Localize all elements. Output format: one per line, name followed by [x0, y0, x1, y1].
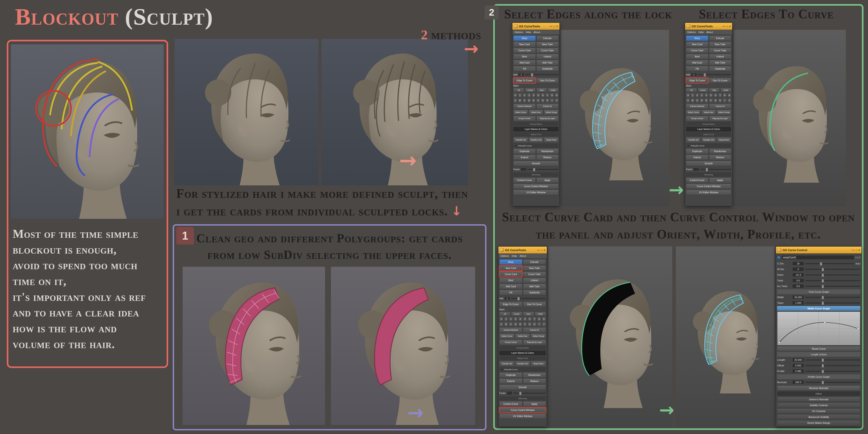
regroup-by-layer-button[interactable]: Regroup by Layer	[709, 116, 732, 121]
close-icon[interactable]: ×	[859, 249, 860, 251]
3-button[interactable]: 3	[700, 93, 704, 98]
duplicate-button[interactable]: Duplicate	[513, 149, 536, 154]
layer-names-colors-bar[interactable]: Layer Names & Colors	[499, 350, 546, 355]
color-button[interactable]: Color	[548, 88, 559, 92]
4-button[interactable]: 4	[518, 317, 522, 321]
factor-slider[interactable]: Factor	[686, 167, 731, 172]
uv-editor-window-button[interactable]: UV Editor Window	[686, 190, 731, 195]
5-button[interactable]: 5	[523, 317, 527, 321]
curve-card-button[interactable]: Curve Card	[686, 48, 708, 53]
transfer-uvs-button[interactable]: Transfer UVs	[702, 137, 716, 143]
i-button[interactable]: I	[550, 98, 554, 103]
slider-track[interactable]	[513, 393, 546, 394]
close-icon[interactable]: ×	[557, 25, 558, 28]
w-div-slider[interactable]: W-Div3	[777, 267, 860, 272]
apply-button[interactable]: Apply	[709, 178, 732, 183]
advanced-visibility-button[interactable]: Advanced Visibility	[777, 414, 860, 420]
new-card-button[interactable]: New Card	[513, 41, 536, 47]
3-button[interactable]: 3	[527, 93, 531, 98]
reduce-button[interactable]: Reduce	[536, 155, 559, 160]
group-curves-button[interactable]: Group Curves	[686, 116, 708, 121]
orient-to-normals-button[interactable]: Orient to Normals	[777, 397, 860, 402]
slider-track[interactable]	[805, 371, 860, 372]
transfer-attr-button[interactable]: Transfer Attr	[513, 137, 528, 143]
curve-button[interactable]: Curve	[525, 88, 536, 92]
new-card-button[interactable]: New Card	[499, 266, 522, 271]
geo-button[interactable]: Geo	[523, 312, 534, 316]
add-card-button[interactable]: Add Card	[686, 60, 708, 65]
g-button[interactable]: G	[714, 98, 717, 103]
add-slider[interactable]: Add1	[499, 296, 546, 301]
auto-toggle[interactable]: Auto	[855, 262, 860, 265]
c-button[interactable]: C	[695, 98, 699, 103]
2-button[interactable]: 2	[509, 317, 513, 321]
extrude-button[interactable]: Extrude	[523, 259, 546, 265]
orien-slider[interactable]: Orien-41.3	[777, 272, 860, 277]
color-button[interactable]: Color	[535, 312, 546, 316]
b-button[interactable]: B	[504, 322, 508, 327]
8-button[interactable]: 8	[550, 93, 554, 98]
layer-names-colors-bar[interactable]: Layer Names & Colors	[513, 127, 559, 131]
2-button[interactable]: 2	[695, 93, 699, 98]
5-button[interactable]: 5	[709, 93, 713, 98]
7-button[interactable]: 7	[532, 317, 536, 321]
c-button[interactable]: C	[523, 98, 526, 103]
curve-control-window-button[interactable]: Curve Control Window	[499, 407, 546, 413]
width-slider[interactable]: Width20.000	[777, 295, 860, 300]
minimize-icon[interactable]: —	[537, 249, 539, 251]
warp-button[interactable]: Warp	[686, 35, 708, 41]
length-slider[interactable]: Length20.000	[777, 358, 860, 362]
9-button[interactable]: 9	[555, 93, 559, 98]
factor-slider[interactable]: Factor	[499, 391, 546, 396]
slider-track[interactable]	[527, 169, 559, 170]
edge-to-curve-button[interactable]: Edge To Curve	[513, 78, 536, 83]
c-div-slider[interactable]: C-Div19Auto	[777, 261, 860, 266]
slider-track[interactable]	[805, 297, 860, 298]
reset-pivot-button[interactable]: Reset Pivot	[531, 361, 546, 366]
g-button[interactable]: G	[541, 98, 545, 103]
slider-track[interactable]	[805, 365, 860, 366]
4-button[interactable]: 4	[704, 93, 708, 98]
curve-card-button[interactable]: Curve Card	[499, 272, 522, 277]
card-name-field[interactable]: warpCard1	[781, 255, 854, 260]
b-button[interactable]: B	[690, 98, 694, 103]
maximize-icon[interactable]: □	[856, 249, 857, 251]
5-button[interactable]: 5	[536, 93, 540, 98]
subdivide-button[interactable]: Subdivide	[709, 66, 732, 71]
transfer-attr-button[interactable]: Transfer Attr	[499, 361, 515, 366]
menu-item-options[interactable]: Options	[500, 254, 509, 257]
all-button[interactable]: All	[686, 88, 697, 92]
color-swatch-icon[interactable]	[777, 256, 780, 259]
slider-track[interactable]	[511, 298, 546, 299]
reset-sliders-range-button[interactable]: Reset Sliders Range	[777, 420, 860, 426]
e-button[interactable]: E	[532, 98, 535, 103]
menu-item-help[interactable]: Help	[699, 31, 704, 33]
add-slider[interactable]: Add1	[513, 72, 559, 77]
apply-button[interactable]: Apply	[536, 178, 559, 183]
curve-tube-button[interactable]: Curve Tube	[536, 48, 559, 53]
unbind-button[interactable]: Unbind	[536, 54, 559, 59]
add-slider[interactable]: Add1	[686, 72, 731, 77]
extrude-button[interactable]: Extrude	[709, 35, 732, 41]
4-button[interactable]: 4	[532, 93, 535, 98]
add-tube-button[interactable]: Add Tube	[536, 60, 559, 65]
warp-button[interactable]: Warp	[499, 259, 522, 265]
geo-button[interactable]: Geo	[709, 88, 720, 92]
transfer-attr-button[interactable]: Transfer Attr	[686, 137, 701, 143]
extract-all-button[interactable]: Extract All	[523, 327, 546, 333]
layer-names-colors-bar[interactable]: Layer Names & Colors	[686, 127, 731, 131]
a-button[interactable]: A	[686, 98, 690, 103]
i-button[interactable]: I	[537, 322, 541, 327]
reverse-normals-button[interactable]: Reverse Normals	[777, 385, 860, 391]
reduce-button[interactable]: Reduce	[709, 155, 732, 160]
extract-all-button[interactable]: Extract All	[536, 103, 559, 109]
transfer-uvs-button[interactable]: Transfer UVs	[515, 361, 530, 366]
maximize-icon[interactable]: □	[726, 25, 728, 28]
menu-item-about[interactable]: About	[520, 254, 526, 257]
0-button[interactable]: 0	[499, 317, 503, 321]
control-curve-button[interactable]: Control Curve	[686, 178, 708, 183]
new-tube-button[interactable]: New Tube	[523, 266, 546, 271]
reset-curve-button[interactable]: Reset Curve	[777, 346, 860, 351]
curve-card-button[interactable]: Curve Card	[513, 48, 536, 53]
control-curve-button[interactable]: Control Curve	[499, 401, 522, 407]
